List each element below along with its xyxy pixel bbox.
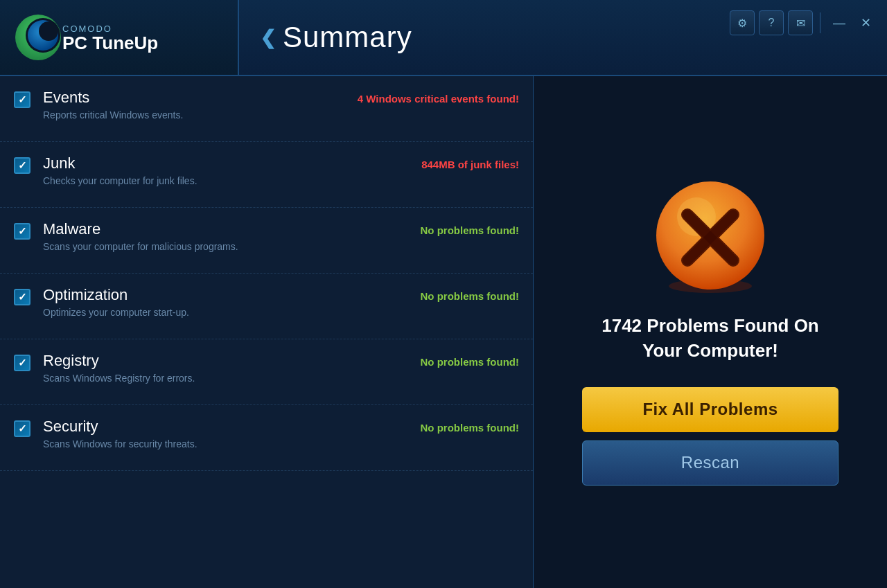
- help-icon: ?: [769, 17, 775, 29]
- minimize-button[interactable]: —: [827, 13, 851, 33]
- events-item: ✓ Events Reports critical Windows events…: [0, 76, 533, 142]
- events-checkbox[interactable]: ✓: [14, 91, 30, 108]
- malware-info: Malware Scans your computer for maliciou…: [43, 220, 367, 252]
- svg-point-3: [39, 21, 58, 41]
- settings-button[interactable]: ⚙: [730, 10, 755, 35]
- junk-checkbox[interactable]: ✓: [14, 157, 30, 174]
- security-checkbox[interactable]: ✓: [14, 420, 30, 437]
- right-panel: 1742 Problems Found OnYour Computer! Fix…: [534, 76, 887, 588]
- security-checkmark: ✓: [18, 422, 27, 435]
- optimization-checkbox[interactable]: ✓: [14, 289, 30, 305]
- registry-checkbox[interactable]: ✓: [14, 355, 30, 371]
- problem-icon: [651, 179, 769, 296]
- security-item: ✓ Security Scans Windows for security th…: [0, 405, 533, 471]
- registry-status: No problems found!: [367, 352, 519, 368]
- malware-checkmark: ✓: [18, 225, 27, 238]
- junk-item: ✓ Junk Checks your computer for junk fil…: [0, 142, 533, 208]
- registry-info: Registry Scans Windows Registry for erro…: [43, 352, 367, 384]
- rescan-button[interactable]: Rescan: [582, 440, 838, 485]
- controls-divider: [820, 12, 820, 33]
- optimization-checkbox-area[interactable]: ✓: [14, 289, 30, 305]
- optimization-desc: Optimizes your computer start-up.: [43, 307, 367, 318]
- page-title: Summary: [283, 21, 412, 54]
- optimization-item: ✓ Optimization Optimizes your computer s…: [0, 274, 533, 339]
- malware-item: ✓ Malware Scans your computer for malici…: [0, 208, 533, 274]
- malware-desc: Scans your computer for malicious progra…: [43, 241, 367, 252]
- fix-all-button[interactable]: Fix All Problems: [582, 387, 838, 432]
- problem-count-text: 1742 Problems Found OnYour Computer!: [601, 314, 819, 362]
- logo-text: COMODO PC TuneUp: [62, 24, 158, 52]
- junk-title: Junk: [43, 154, 367, 172]
- junk-info: Junk Checks your computer for junk files…: [43, 154, 367, 186]
- registry-title: Registry: [43, 352, 367, 370]
- security-checkbox-area[interactable]: ✓: [14, 420, 30, 437]
- optimization-info: Optimization Optimizes your computer sta…: [43, 286, 367, 318]
- main-content: ✓ Events Reports critical Windows events…: [0, 76, 887, 588]
- registry-desc: Scans Windows Registry for errors.: [43, 373, 367, 384]
- events-info: Events Reports critical Windows events.: [43, 89, 358, 121]
- window-controls: ⚙ ? ✉ — ✕: [730, 10, 877, 35]
- logo-icon: [14, 13, 62, 62]
- events-desc: Reports critical Windows events.: [43, 109, 358, 121]
- events-status: 4 Windows critical events found!: [358, 89, 519, 105]
- junk-checkmark: ✓: [18, 159, 27, 172]
- back-arrow-icon[interactable]: ❮: [260, 26, 276, 49]
- logo-area: COMODO PC TuneUp: [0, 0, 239, 75]
- malware-checkbox[interactable]: ✓: [14, 223, 30, 240]
- registry-item: ✓ Registry Scans Windows Registry for er…: [0, 339, 533, 405]
- feedback-button[interactable]: ✉: [788, 10, 813, 35]
- close-button[interactable]: ✕: [855, 12, 877, 33]
- titlebar: COMODO PC TuneUp ❮ Summary ⚙ ? ✉ — ✕: [0, 0, 887, 76]
- junk-desc: Checks your computer for junk files.: [43, 175, 367, 186]
- left-panel: ✓ Events Reports critical Windows events…: [0, 76, 534, 588]
- optimization-status: No problems found!: [367, 286, 519, 302]
- security-info: Security Scans Windows for security thre…: [43, 418, 367, 449]
- optimization-title: Optimization: [43, 286, 367, 304]
- registry-checkbox-area[interactable]: ✓: [14, 355, 30, 371]
- security-title: Security: [43, 418, 367, 436]
- malware-status: No problems found!: [367, 220, 519, 236]
- logo-product-text: PC TuneUp: [62, 34, 158, 52]
- events-checkmark: ✓: [18, 93, 27, 106]
- registry-checkmark: ✓: [18, 357, 27, 369]
- events-checkbox-area[interactable]: ✓: [14, 91, 30, 108]
- security-desc: Scans Windows for security threats.: [43, 438, 367, 449]
- malware-title: Malware: [43, 220, 367, 238]
- malware-checkbox-area[interactable]: ✓: [14, 223, 30, 240]
- junk-status: 844MB of junk files!: [367, 154, 519, 170]
- events-title: Events: [43, 89, 358, 107]
- optimization-checkmark: ✓: [18, 291, 27, 303]
- feedback-icon: ✉: [796, 17, 805, 30]
- security-status: No problems found!: [367, 418, 519, 434]
- junk-checkbox-area[interactable]: ✓: [14, 157, 30, 174]
- help-button[interactable]: ?: [759, 10, 784, 35]
- settings-icon: ⚙: [737, 17, 747, 30]
